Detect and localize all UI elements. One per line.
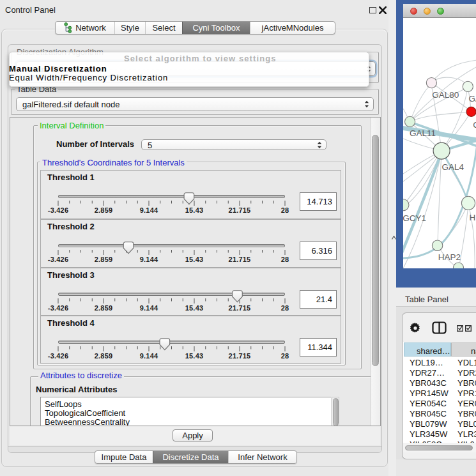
svg-text:GAL4: GAL4: [441, 162, 464, 172]
svg-text:HAP2: HAP2: [438, 252, 461, 262]
svg-text:GCY1: GCY1: [403, 213, 426, 223]
svg-text:GAL80: GAL80: [432, 90, 459, 100]
svg-text:GAL11: GAL11: [410, 128, 436, 138]
svg-text:H: H: [470, 213, 476, 222]
svg-text:CA: CA: [473, 120, 476, 130]
svg-text:GA: GA: [469, 94, 476, 104]
